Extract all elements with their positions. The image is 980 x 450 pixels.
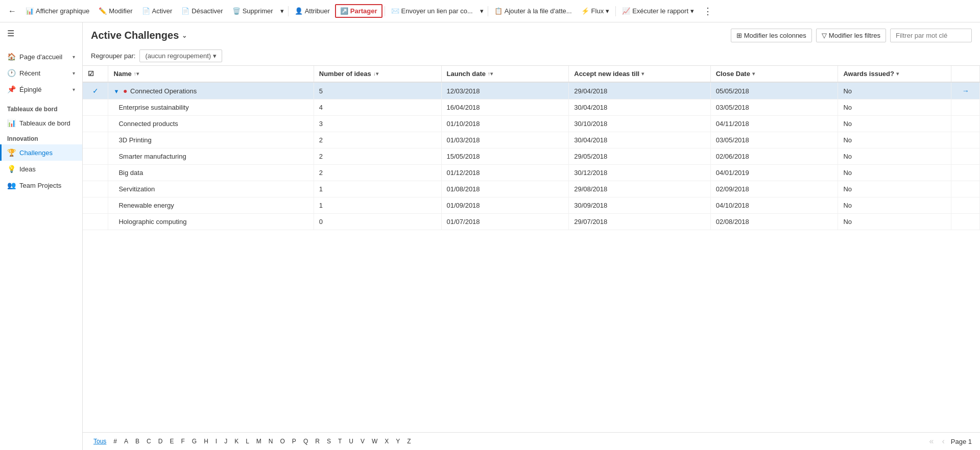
row-name[interactable]: Holographic computing [108, 214, 314, 230]
alpha-item[interactable]: F [178, 437, 187, 446]
header-name-col[interactable]: Name ↑▾ [108, 66, 314, 82]
alpha-item[interactable]: I [213, 437, 220, 446]
email-icon: ✉️ [391, 7, 399, 15]
alpha-item[interactable]: X [382, 437, 391, 446]
sidebar-item-challenges[interactable]: 🏆 Challenges [0, 144, 82, 161]
table-row[interactable]: Holographic computing 0 01/07/2018 29/07… [83, 214, 980, 230]
row-checkbox[interactable] [83, 214, 108, 230]
flux-button[interactable]: ⚡ Flux ▾ [577, 5, 614, 17]
flux-icon: ⚡ [581, 7, 589, 15]
row-checkbox[interactable] [83, 197, 108, 214]
alpha-item[interactable]: P [290, 437, 299, 446]
alpha-item[interactable]: Z [404, 437, 413, 446]
alpha-item[interactable]: H [201, 437, 211, 446]
row-checkbox[interactable] [83, 181, 108, 197]
header-checkbox-col[interactable]: ☑ [83, 66, 108, 82]
sidebar-item-ideas[interactable]: 💡 Ideas [0, 161, 82, 177]
sidebar-item-tableaux[interactable]: 📊 Tableaux de bord [0, 115, 82, 131]
filter-icon: ▽ [822, 32, 827, 39]
keyword-filter-input[interactable] [890, 29, 972, 42]
row-name[interactable]: ▼ ● Connected Operations [108, 82, 314, 99]
sidebar-item-team-projects[interactable]: 👥 Team Projects [0, 177, 82, 193]
alpha-item[interactable]: T [336, 437, 344, 446]
alpha-item[interactable]: E [167, 437, 176, 446]
alpha-item[interactable]: A [122, 437, 131, 446]
row-checkbox[interactable] [83, 165, 108, 181]
table-row[interactable]: Enterprise sustainability 4 16/04/2018 3… [83, 99, 980, 116]
table-row[interactable]: Servitization 1 01/08/2018 29/08/2018 02… [83, 181, 980, 197]
table-row[interactable]: ✓ ▼ ● Connected Operations 5 12/03/2018 … [83, 82, 980, 99]
alpha-item[interactable]: R [313, 437, 322, 446]
alpha-item[interactable]: Q [301, 437, 310, 446]
sidebar-item-epingle[interactable]: 📌 Épinglé ▾ [0, 81, 82, 97]
afficher-graphique-button[interactable]: 📊 Afficher graphique [21, 5, 93, 17]
desactiver-button[interactable]: 📄 Désactiver [177, 5, 227, 17]
table-row[interactable]: Connected products 3 01/10/2018 30/10/20… [83, 116, 980, 132]
dropdown-more-2[interactable]: ▾ [478, 5, 486, 17]
row-checkbox[interactable]: ✓ [83, 82, 108, 99]
dropdown-more-1[interactable]: ▾ [278, 5, 286, 17]
alpha-item[interactable]: B [133, 437, 142, 446]
alpha-item[interactable]: N [266, 437, 276, 446]
row-checkbox[interactable] [83, 116, 108, 132]
alpha-item[interactable]: # [111, 437, 119, 446]
alpha-item[interactable]: D [156, 437, 165, 446]
divider-2 [385, 6, 385, 16]
partager-button[interactable]: ↗️ Partager [335, 4, 383, 18]
row-checkbox[interactable] [83, 99, 108, 116]
envoyer-button[interactable]: ✉️ Envoyer un lien par co... [387, 5, 477, 17]
alpha-item[interactable]: J [222, 437, 230, 446]
alpha-item[interactable]: S [324, 437, 333, 446]
alpha-item[interactable]: K [232, 437, 241, 446]
sidebar-item-recent[interactable]: 🕐 Récent ▾ [0, 65, 82, 81]
alpha-item[interactable]: Tous [91, 437, 109, 446]
row-name[interactable]: Connected products [108, 116, 314, 132]
table-row[interactable]: Smarter manufacturing 2 15/05/2018 29/05… [83, 148, 980, 165]
table-row[interactable]: Big data 2 01/12/2018 30/12/2018 04/01/2… [83, 165, 980, 181]
prev-page-button[interactable]: ‹ [940, 436, 946, 447]
row-ideas: 0 [314, 214, 441, 230]
modify-columns-button[interactable]: ⊞ Modifier les colonnes [731, 29, 812, 42]
header-close-col[interactable]: Close Date ▾ [710, 66, 838, 82]
report-icon: 📈 [622, 7, 630, 15]
row-name[interactable]: Big data [108, 165, 314, 181]
title-chevron-icon[interactable]: ⌄ [182, 32, 187, 39]
alpha-item[interactable]: M [254, 437, 264, 446]
alpha-item[interactable]: U [346, 437, 356, 446]
alpha-item[interactable]: V [358, 437, 367, 446]
alpha-item[interactable]: O [278, 437, 288, 446]
alpha-item[interactable]: G [189, 437, 199, 446]
header-accept-col[interactable]: Accept new ideas till ▾ [569, 66, 710, 82]
supprimer-button[interactable]: 🗑️ Supprimer [228, 5, 277, 17]
table-row[interactable]: 3D Printing 2 01/03/2018 30/04/2018 03/0… [83, 132, 980, 148]
select-all-checkbox[interactable]: ☑ [88, 70, 94, 78]
table-row[interactable]: Renewable energy 1 01/09/2018 30/09/2018… [83, 197, 980, 214]
first-page-button[interactable]: « [927, 436, 936, 447]
alpha-item[interactable]: L [243, 437, 252, 446]
row-name[interactable]: Enterprise sustainability [108, 99, 314, 116]
row-name[interactable]: Renewable energy [108, 197, 314, 214]
row-name[interactable]: Servitization [108, 181, 314, 197]
groupby-select[interactable]: (aucun regroupement) ▾ [139, 49, 222, 62]
alpha-item[interactable]: C [144, 437, 154, 446]
header-awards-col[interactable]: Awards issued? ▾ [838, 66, 951, 82]
activer-button[interactable]: 📄 Activer [138, 5, 177, 17]
sidebar-item-accueil[interactable]: 🏠 Page d'accueil ▾ [0, 48, 82, 65]
alpha-item[interactable]: Y [393, 437, 402, 446]
row-name[interactable]: Smarter manufacturing [108, 148, 314, 165]
row-arrow [951, 116, 980, 132]
row-name[interactable]: 3D Printing [108, 132, 314, 148]
more-options-button[interactable]: ⋮ [699, 4, 716, 19]
alpha-item[interactable]: W [369, 437, 380, 446]
modifier-button[interactable]: ✏️ Modifier [94, 5, 136, 17]
ajouter-button[interactable]: 📋 Ajouter à la file d'atte... [490, 5, 576, 17]
row-checkbox[interactable] [83, 132, 108, 148]
header-ideas-col[interactable]: Number of ideas ↓▾ [314, 66, 441, 82]
back-button[interactable]: ← [4, 5, 20, 18]
executer-button[interactable]: 📈 Exécuter le rapport ▾ [618, 5, 698, 17]
hamburger-button[interactable]: ☰ [0, 22, 82, 44]
modify-filters-button[interactable]: ▽ Modifier les filtres [816, 29, 886, 42]
attribuer-button[interactable]: 👤 Attribuer [291, 5, 334, 17]
row-checkbox[interactable] [83, 148, 108, 165]
header-launch-col[interactable]: Launch date ↑▾ [441, 66, 569, 82]
